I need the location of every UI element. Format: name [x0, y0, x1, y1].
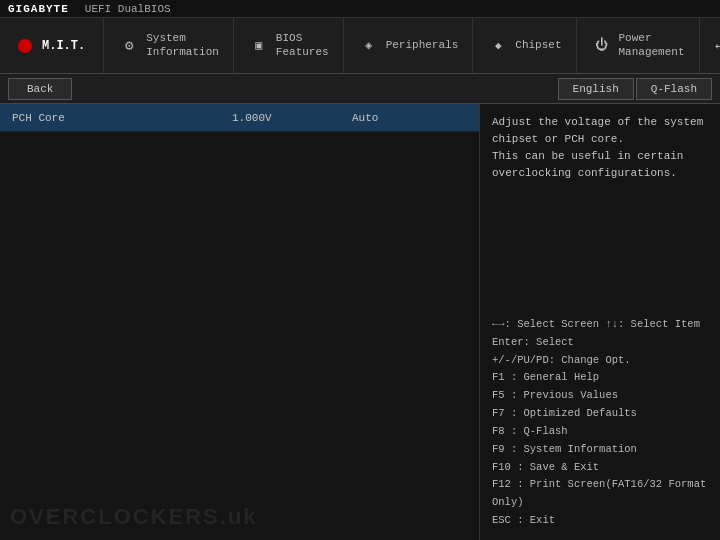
key-help-line: ESC : Exit — [492, 512, 708, 530]
nav-item-peripherals[interactable]: Peripherals — [344, 18, 474, 73]
setting-option-pch-core: Auto — [352, 112, 378, 124]
top-bar: GIGABYTE UEFI DualBIOS — [0, 0, 720, 18]
key-help-line: F10 : Save & Exit — [492, 459, 708, 477]
key-help-line: F8 : Q-Flash — [492, 423, 708, 441]
mit-indicator — [18, 39, 32, 53]
uefi-label: UEFI DualBIOS — [85, 3, 171, 15]
nav-power-management-label: PowerManagement — [619, 32, 685, 58]
setting-row-pch-core[interactable]: PCH Core 1.000V Auto — [0, 104, 479, 132]
nav-item-mit[interactable]: M.I.T. — [0, 18, 104, 73]
chipset-icon — [487, 35, 509, 57]
power-icon — [591, 35, 613, 57]
watermark: OVERCLOCKERS.uk — [10, 504, 258, 530]
back-button[interactable]: Back — [8, 78, 72, 100]
setting-value-pch-core: 1.000V — [232, 112, 352, 124]
nav-bios-features-label: BIOSFeatures — [276, 32, 329, 58]
gear-icon — [118, 35, 140, 57]
left-panel: PCH Core 1.000V Auto OVERCLOCKERS.uk — [0, 104, 480, 540]
main-content: PCH Core 1.000V Auto OVERCLOCKERS.uk Adj… — [0, 104, 720, 540]
nav-item-chipset[interactable]: Chipset — [473, 18, 576, 73]
nav-item-system-information[interactable]: SystemInformation — [104, 18, 234, 73]
key-help-line: F1 : General Help — [492, 369, 708, 387]
key-help-line: +/-/PU/PD: Change Opt. — [492, 352, 708, 370]
nav-chipset-label: Chipset — [515, 39, 561, 52]
language-button[interactable]: English — [558, 78, 634, 100]
nav-bar: M.I.T. SystemInformation BIOSFeatures Pe… — [0, 18, 720, 74]
key-help-line: Enter: Select — [492, 334, 708, 352]
nav-item-power-management[interactable]: PowerManagement — [577, 18, 700, 73]
key-help-line: F5 : Previous Values — [492, 387, 708, 405]
nav-system-information-label: SystemInformation — [146, 32, 219, 58]
setting-name-pch-core: PCH Core — [12, 112, 232, 124]
nav-item-bios-features[interactable]: BIOSFeatures — [234, 18, 344, 73]
key-help-line: F9 : System Information — [492, 441, 708, 459]
nav-peripherals-label: Peripherals — [386, 39, 459, 52]
help-description: Adjust the voltage of the system chipset… — [492, 114, 708, 182]
key-help-line: F12 : Print Screen(FAT16/32 Format Only) — [492, 476, 708, 512]
right-panel: Adjust the voltage of the system chipset… — [480, 104, 720, 540]
save-icon — [714, 35, 720, 57]
key-help: ←→: Select Screen ↑↓: Select ItemEnter: … — [492, 316, 708, 530]
mit-label: M.I.T. — [42, 39, 85, 53]
key-help-line: ←→: Select Screen ↑↓: Select Item — [492, 316, 708, 334]
qflash-button[interactable]: Q-Flash — [636, 78, 712, 100]
peripherals-icon — [358, 35, 380, 57]
brand-logo: GIGABYTE — [8, 3, 69, 15]
action-bar: Back English Q-Flash — [0, 74, 720, 104]
nav-item-save-exit[interactable]: Save & Exit — [700, 18, 720, 73]
chip-icon — [248, 35, 270, 57]
key-help-line: F7 : Optimized Defaults — [492, 405, 708, 423]
